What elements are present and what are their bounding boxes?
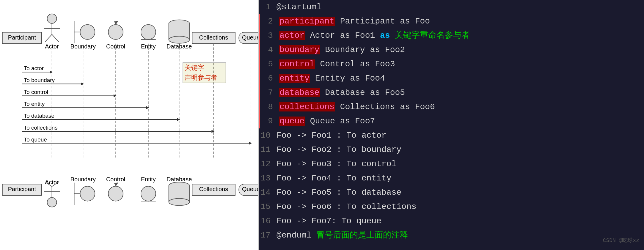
code-line-5: 5 control Control as Foo3 — [259, 57, 644, 71]
collections-label-bottom: Collections — [199, 186, 228, 192]
line-num-5: 5 — [261, 57, 279, 71]
msg-arrowhead-to-database — [177, 118, 180, 121]
database-label-bottom: Database — [167, 176, 192, 183]
line-num-8: 8 — [261, 100, 279, 114]
queue-label-top: Queue — [242, 34, 258, 41]
line-num-17: 17 — [259, 228, 277, 243]
msg-label-to-entity: To entity — [24, 101, 45, 107]
actor-head-bottom — [47, 197, 57, 207]
msg-arrowhead-to-actor — [50, 70, 53, 73]
annotation-text1: 关键字 — [185, 64, 204, 71]
annotation-text2: 声明参与者 — [185, 74, 217, 81]
actor-leg-left-top — [45, 34, 52, 42]
database-bottom-ellipse-top — [169, 36, 190, 43]
line-num-7: 7 — [261, 86, 279, 100]
line-num-10: 10 — [259, 128, 277, 143]
code-content-10: Foo -> Foo1 : To actor — [277, 128, 644, 143]
code-line-3: 3 actor Actor as Foo1 as 关键字重命名参与者 — [259, 29, 644, 43]
code-line-8: 8 collections Collections as Foo6 — [259, 100, 644, 114]
line-num-15: 15 — [259, 200, 277, 214]
msg-label-to-boundary: To boundary — [24, 77, 55, 83]
code-content-4: boundary Boundary as Foo2 — [279, 43, 644, 57]
code-line-11: 11 Foo -> Foo2 : To boundary — [259, 143, 644, 157]
control-arrow-top — [114, 21, 118, 25]
msg-label-to-collections: To collections — [24, 125, 58, 131]
line-num-16: 16 — [259, 214, 277, 228]
msg-label-to-database: To database — [24, 113, 54, 119]
code-content-11: Foo -> Foo2 : To boundary — [277, 143, 644, 157]
code-line-14: 14 Foo -> Foo5 : To database — [259, 185, 644, 200]
code-line-17: 17 @enduml 冒号后面的是上面的注释 — [259, 228, 644, 243]
line-num-12: 12 — [259, 157, 277, 171]
control-arrow-bottom — [114, 183, 118, 186]
code-line-1: 1 @startuml — [259, 0, 644, 14]
msg-arrowhead-to-collections — [211, 130, 214, 133]
code-content-8: collections Collections as Foo6 — [279, 100, 644, 114]
code-line-4: 4 boundary Boundary as Foo2 — [259, 43, 644, 57]
msg-label-to-actor: To actor — [24, 65, 44, 71]
line-num-3: 3 — [261, 29, 279, 43]
actor-leg-right-top — [52, 34, 59, 42]
line-num-6: 6 — [261, 71, 279, 86]
code-content-15: Foo -> Foo6 : To collections — [277, 200, 644, 214]
msg-label-to-queue: To queue — [24, 136, 47, 143]
line-num-11: 11 — [259, 143, 277, 157]
code-content-13: Foo -> Foo4 : To entity — [277, 171, 644, 185]
code-content-1: @startuml — [277, 0, 644, 14]
participant-label-bottom: Participant — [8, 186, 36, 192]
boundary-circle-bottom — [80, 186, 95, 201]
queue-label-bottom: Queue — [242, 186, 258, 192]
entity-label-bottom: Entity — [141, 176, 156, 183]
control-label-bottom: Control — [106, 176, 125, 183]
actor-head-top — [47, 14, 57, 23]
msg-label-to-control: To control — [24, 89, 48, 95]
line-num-9: 9 — [261, 114, 279, 128]
code-content-5: control Control as Foo3 — [279, 57, 644, 71]
code-content-17: @enduml 冒号后面的是上面的注释 — [277, 228, 644, 243]
collections-label-top: Collections — [199, 34, 228, 41]
code-panel: 1 @startuml 2 participant Participant as… — [259, 0, 644, 250]
boundary-circle-top — [80, 25, 95, 40]
code-content-14: Foo -> Foo5 : To database — [277, 185, 644, 200]
line-num-2: 2 — [261, 14, 279, 29]
code-content-12: Foo -> Foo3 : To control — [277, 157, 644, 171]
code-line-12: 12 Foo -> Foo3 : To control — [259, 157, 644, 171]
msg-arrowhead-to-control — [114, 94, 117, 97]
code-line-16: 16 Foo -> Foo7: To queue — [259, 214, 644, 228]
boundary-label-bottom: Boundary — [70, 176, 96, 183]
code-content-3: actor Actor as Foo1 as 关键字重命名参与者 — [279, 29, 644, 43]
msg-arrowhead-to-boundary — [81, 82, 84, 85]
code-content-16: Foo -> Foo7: To queue — [277, 214, 644, 228]
actor-label-bottom: Actor — [45, 179, 59, 185]
uml-diagram-panel: Participant Actor Boundary Control Entit… — [0, 0, 259, 250]
participant-label-top: Participant — [8, 34, 36, 41]
code-line-2: 2 participant Participant as Foo — [259, 14, 644, 29]
code-content-2: participant Participant as Foo — [279, 14, 644, 29]
code-line-9: 9 queue Queue as Foo7 — [259, 114, 644, 128]
line-num-14: 14 — [259, 185, 277, 200]
line-num-4: 4 — [261, 43, 279, 57]
msg-arrowhead-to-entity — [146, 106, 149, 109]
code-content-7: database Database as Foo5 — [279, 86, 644, 100]
code-line-15: 15 Foo -> Foo6 : To collections — [259, 200, 644, 214]
code-content-6: entity Entity as Foo4 — [279, 71, 644, 86]
msg-arrowhead-to-queue — [249, 142, 252, 145]
line-num-1: 1 — [259, 0, 277, 14]
code-line-13: 13 Foo -> Foo4 : To entity — [259, 171, 644, 185]
entity-circle-bottom — [141, 186, 156, 201]
code-line-6: 6 entity Entity as Foo4 — [259, 71, 644, 86]
database-bottom-ellipse-bottom — [169, 198, 190, 205]
code-line-7: 7 database Database as Foo5 — [259, 86, 644, 100]
control-circle-top — [108, 25, 123, 40]
line-num-13: 13 — [259, 171, 277, 185]
entity-circle-top — [141, 25, 156, 40]
control-circle-bottom — [108, 186, 123, 201]
code-content-9: queue Queue as Foo7 — [279, 114, 644, 128]
code-line-10: 10 Foo -> Foo1 : To actor — [259, 128, 644, 143]
watermark: CSDN @吃球xz — [603, 233, 639, 248]
